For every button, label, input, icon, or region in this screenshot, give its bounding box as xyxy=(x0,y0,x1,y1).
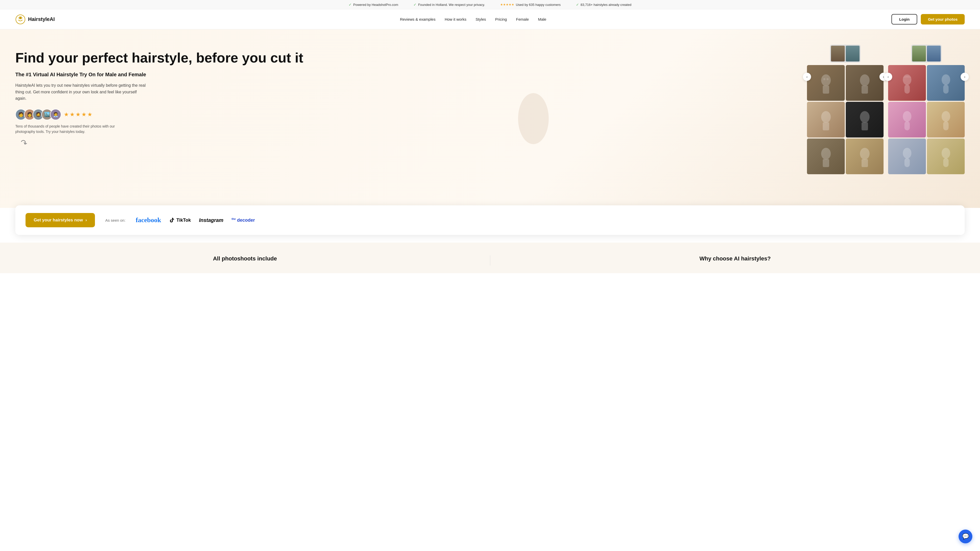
login-button[interactable]: Login xyxy=(891,14,917,24)
male-grid xyxy=(807,65,883,174)
hero-avatars: 🧑 👩 🧔 🏙️ 🧑‍💼 ★ ★ ★ ★ ★ xyxy=(15,109,509,120)
svg-point-9 xyxy=(821,111,831,123)
svg-point-6 xyxy=(826,78,829,80)
tiktok-logo[interactable]: TikTok xyxy=(169,218,191,223)
male-cell-5 xyxy=(807,138,845,174)
nav-how-it-works[interactable]: How it works xyxy=(445,17,466,21)
avatar-stack: 🧑 👩 🧔 🏙️ 🧑‍💼 xyxy=(15,109,61,120)
banner-text-1: Powered by HeadshotPro.com xyxy=(353,3,398,6)
nav-reviews[interactable]: Reviews & examples xyxy=(400,17,435,21)
arrow-icon: › xyxy=(86,218,87,223)
female-arrow-right[interactable]: › xyxy=(961,73,969,81)
bottom-left-title: All photoshoots include xyxy=(15,256,475,262)
get-hairstyles-button[interactable]: Get your hairstyles now › xyxy=(25,213,95,227)
check-icon-3: ✓ xyxy=(576,3,579,6)
bottom-right-title: Why choose AI hairstyles? xyxy=(506,256,965,262)
hero-images: ‹ xyxy=(509,44,965,174)
male-cell-2 xyxy=(846,65,883,101)
nav-styles[interactable]: Styles xyxy=(476,17,486,21)
svg-rect-16 xyxy=(861,159,868,167)
cta-bar: Get your hairstyles now › As seen on: fa… xyxy=(15,205,965,235)
male-cell-6 xyxy=(846,138,883,174)
banner-text-4: 83,716+ hairstyles already created xyxy=(581,3,632,6)
svg-point-23 xyxy=(942,111,950,122)
banner-item-2: ✓ Founded in Holland. We respect your pr… xyxy=(414,3,485,6)
svg-point-7 xyxy=(860,74,870,86)
avatar-5: 🧑‍💼 xyxy=(50,109,61,120)
svg-rect-18 xyxy=(904,84,910,94)
social-proof-text: Tens of thousands of people have created… xyxy=(15,124,123,135)
arrow-curve-icon: ↷ xyxy=(19,137,29,148)
logo-text: HairstyleAI xyxy=(28,16,55,22)
svg-point-17 xyxy=(903,74,912,85)
female-column-wrapper: ‹ xyxy=(888,44,965,174)
nav-female[interactable]: Female xyxy=(516,17,529,21)
nav-male[interactable]: Male xyxy=(538,17,546,21)
stars-row: ★ ★ ★ ★ ★ xyxy=(64,111,92,118)
svg-rect-12 xyxy=(861,122,868,130)
star-icons: ★★★★★ xyxy=(500,3,514,6)
female-grid xyxy=(888,65,965,174)
hero-content: Find your perfect hairstyle, before you … xyxy=(15,44,509,148)
banner-item-3: ★★★★★ Used by 635 happy customers xyxy=(500,3,561,6)
bottom-right: Why choose AI hairstyles? xyxy=(506,256,965,265)
bottom-left: All photoshoots include xyxy=(15,256,475,265)
svg-point-5 xyxy=(823,78,825,80)
male-column-wrapper: ‹ xyxy=(807,44,883,174)
header: HairstyleAI Reviews & examples How it wo… xyxy=(0,10,980,29)
svg-point-11 xyxy=(860,111,870,123)
female-cell-5 xyxy=(888,138,926,174)
svg-rect-26 xyxy=(904,158,910,167)
social-logos: facebook TikTok Instagram the decoder xyxy=(136,216,255,224)
female-arrow-left[interactable]: ‹ xyxy=(884,73,892,81)
star-1: ★ xyxy=(64,111,69,118)
female-cell-3 xyxy=(888,102,926,138)
decoder-text: the decoder xyxy=(231,218,255,223)
svg-point-15 xyxy=(860,148,870,159)
tiktok-text: TikTok xyxy=(177,218,191,223)
star-3: ★ xyxy=(76,111,81,118)
male-cell-4 xyxy=(846,102,883,138)
svg-point-25 xyxy=(903,148,912,159)
male-cell-3 xyxy=(807,102,845,138)
svg-point-27 xyxy=(942,148,950,159)
female-cell-6 xyxy=(927,138,965,174)
facebook-text: facebook xyxy=(136,216,161,224)
banner-item-4: ✓ 83,716+ hairstyles already created xyxy=(576,3,632,6)
get-photos-button[interactable]: Get your photos xyxy=(921,14,965,24)
banner-text-2: Founded in Holland. We respect your priv… xyxy=(418,3,485,6)
facebook-logo[interactable]: facebook xyxy=(136,216,161,224)
instagram-logo[interactable]: Instagram xyxy=(199,218,224,223)
svg-rect-24 xyxy=(943,121,948,130)
nav-pricing[interactable]: Pricing xyxy=(495,17,507,21)
divider xyxy=(490,256,490,265)
hero-title: Find your perfect hairstyle, before you … xyxy=(15,50,509,65)
star-2: ★ xyxy=(70,111,75,118)
svg-point-21 xyxy=(903,111,912,122)
hero-section: Find your perfect hairstyle, before you … xyxy=(0,29,980,208)
as-seen-on-label: As seen on: xyxy=(105,218,125,222)
get-hairstyles-label: Get your hairstyles now xyxy=(34,218,83,223)
check-icon-2: ✓ xyxy=(414,3,417,6)
check-icon-1: ✓ xyxy=(348,3,352,6)
hero-description: HairstyleAI lets you try out new hairsty… xyxy=(15,82,148,102)
male-cell-1 xyxy=(807,65,845,101)
female-cell-1 xyxy=(888,65,926,101)
logo[interactable]: HairstyleAI xyxy=(15,14,55,24)
svg-point-2 xyxy=(19,17,21,19)
top-banner: ✓ Powered by HeadshotPro.com ✓ Founded i… xyxy=(0,0,980,10)
svg-point-19 xyxy=(942,74,950,85)
svg-rect-28 xyxy=(943,158,948,167)
star-5: ★ xyxy=(87,111,92,118)
female-preview-thumb xyxy=(911,44,942,62)
svg-point-3 xyxy=(821,74,831,86)
header-actions: Login Get your photos xyxy=(891,14,965,24)
banner-item-1: ✓ Powered by HeadshotPro.com xyxy=(348,3,398,6)
bottom-section: All photoshoots include Why choose AI ha… xyxy=(0,243,980,273)
hero-subtitle: The #1 Virtual AI Hairstyle Try On for M… xyxy=(15,72,509,78)
tiktok-icon xyxy=(169,218,175,223)
male-arrow-left[interactable]: ‹ xyxy=(803,73,811,81)
decoder-logo[interactable]: the decoder xyxy=(231,218,255,223)
male-preview-thumb xyxy=(830,44,861,62)
female-cell-2 xyxy=(927,65,965,101)
